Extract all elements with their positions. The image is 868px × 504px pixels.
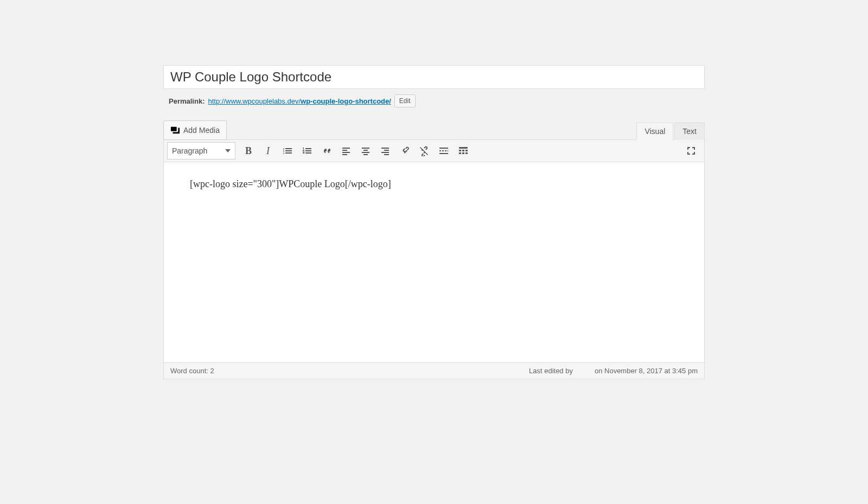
chevron-down-icon [225,149,231,152]
svg-rect-6 [465,152,468,154]
permalink-slug: wp-couple-logo-shortcode/ [301,97,391,105]
svg-rect-5 [462,152,464,154]
read-more-icon [438,145,449,156]
toolbar-toggle-button[interactable] [454,142,473,160]
bold-button[interactable]: B [239,142,258,160]
toolbar-toggle-icon [458,145,469,156]
editor-content[interactable]: [wpc-logo size="300"]WPCouple Logo[/wpc-… [163,162,705,363]
align-center-icon [360,145,371,156]
add-media-label: Add Media [183,126,220,135]
unlink-icon [419,145,430,156]
permalink-label: Permalink: [169,97,205,105]
bullet-list-icon [282,145,293,156]
editor-tabs: Visual Text [635,123,705,140]
numbered-list-icon [302,145,312,156]
svg-rect-2 [462,150,464,151]
last-edited-on: on November 8, 2017 at 3:45 pm [595,367,698,375]
italic-button[interactable]: I [258,142,278,160]
permalink-base: http://www.wpcouplelabs.dev/ [208,97,301,105]
align-left-icon [341,145,352,156]
post-editor: Permalink: http://www.wpcouplelabs.dev/w… [163,65,705,379]
post-title-input[interactable] [163,65,705,89]
permalink-link[interactable]: http://www.wpcouplelabs.dev/wp-couple-lo… [208,97,391,105]
align-right-button[interactable] [375,142,395,160]
media-tab-row: Add Media Visual Text [163,120,705,140]
numbered-list-button[interactable] [297,142,317,160]
svg-rect-1 [459,150,461,151]
editor-status-bar: Word count: 2 Last edited by on November… [163,363,705,379]
fullscreen-icon [686,145,697,156]
unlink-button[interactable] [414,142,434,160]
media-icon [170,125,180,135]
format-selected-label: Paragraph [172,146,207,155]
bold-icon: B [245,145,252,157]
svg-rect-4 [459,152,461,154]
italic-icon: I [266,145,270,157]
tab-text[interactable]: Text [674,123,705,140]
align-center-button[interactable] [356,142,375,160]
quote-icon [321,145,332,156]
svg-rect-3 [465,150,468,151]
svg-rect-0 [459,147,468,149]
permalink-row: Permalink: http://www.wpcouplelabs.dev/w… [163,89,705,113]
add-media-button[interactable]: Add Media [163,120,227,140]
link-button[interactable] [395,142,414,160]
last-edited-by: Last edited by [529,367,573,375]
word-count: Word count: 2 [170,367,214,375]
read-more-button[interactable] [434,142,454,160]
tab-visual[interactable]: Visual [636,123,673,140]
editor-toolbar: Paragraph B I [163,139,705,162]
bullet-list-button[interactable] [278,142,297,160]
link-icon [399,145,410,156]
align-left-button[interactable] [336,142,356,160]
edit-permalink-button[interactable]: Edit [394,94,416,107]
align-right-icon [380,145,391,156]
fullscreen-button[interactable] [681,142,701,160]
blockquote-button[interactable] [317,142,336,160]
format-select[interactable]: Paragraph [167,142,235,160]
